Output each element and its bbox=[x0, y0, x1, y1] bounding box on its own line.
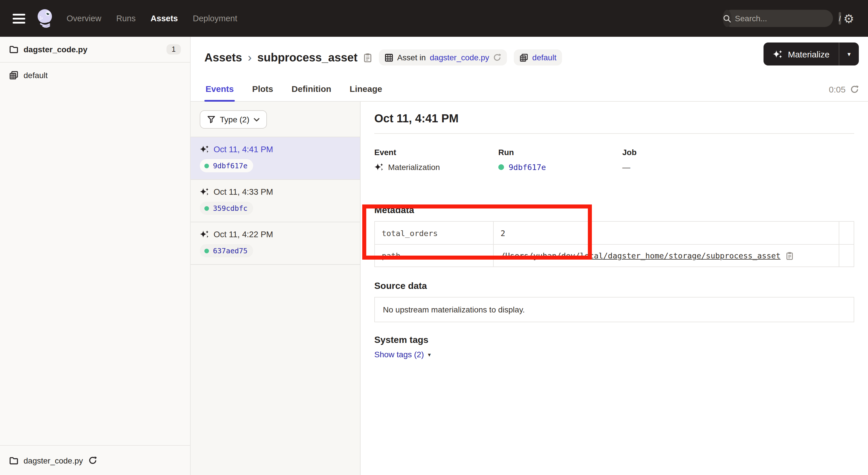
event-list-pane: Type (2) Oct 11, 4:41 PM bbox=[191, 102, 361, 475]
group-tag: default bbox=[514, 50, 562, 65]
search-input[interactable] bbox=[732, 14, 839, 23]
tab-plots[interactable]: Plots bbox=[251, 84, 274, 101]
code-location-name: dagster_code.py bbox=[24, 45, 88, 54]
run-id: 359cdbfc bbox=[213, 204, 247, 212]
run-status-dot bbox=[205, 248, 209, 253]
metadata-value: /Users/yuhan/dev/local/dagster_home/stor… bbox=[493, 244, 839, 267]
reload-icon[interactable] bbox=[88, 456, 97, 465]
system-tags-title: System tags bbox=[374, 335, 854, 345]
chevron-down-icon bbox=[254, 117, 260, 121]
dagster-logo-icon[interactable] bbox=[34, 7, 55, 29]
source-data-empty-box: No upstream materializations to display. bbox=[374, 297, 854, 322]
metadata-title: Metadata bbox=[374, 205, 854, 215]
event-detail-pane: Oct 11, 4:41 PM Event Materialization bbox=[361, 102, 868, 475]
folder-icon bbox=[9, 456, 19, 465]
sparkle-icon bbox=[773, 49, 783, 59]
path-link[interactable]: /Users/yuhan/dev/local/dagster_home/stor… bbox=[501, 251, 780, 260]
show-tags-link[interactable]: Show tags (2) ▾ bbox=[374, 350, 431, 359]
asset-sidebar: dagster_code.py 1 default dagster_code.p… bbox=[0, 37, 191, 475]
timer-value: 0:05 bbox=[829, 84, 846, 94]
event-list-item[interactable]: Oct 11, 4:22 PM 637aed75 bbox=[191, 222, 360, 265]
materialization-sparkle-icon bbox=[200, 187, 209, 197]
source-data-section: Source data No upstream materializations… bbox=[374, 281, 854, 322]
system-tags-section: System tags Show tags (2) ▾ bbox=[374, 335, 854, 360]
refresh-timer: 0:05 bbox=[829, 84, 859, 101]
run-badge[interactable]: 9dbf617e bbox=[200, 159, 253, 172]
menu-icon[interactable] bbox=[12, 13, 25, 23]
reload-icon[interactable] bbox=[493, 53, 501, 61]
run-id-link[interactable]: 9dbf617e bbox=[508, 162, 546, 172]
nav-assets[interactable]: Assets bbox=[151, 14, 178, 23]
copy-icon[interactable] bbox=[363, 53, 372, 62]
folder-icon bbox=[9, 45, 19, 54]
run-label: Run bbox=[498, 148, 622, 157]
nav-deployment[interactable]: Deployment bbox=[193, 14, 237, 23]
caret-down-icon: ▾ bbox=[428, 351, 431, 358]
tab-definition[interactable]: Definition bbox=[290, 84, 332, 101]
tag-prefix: Asset in bbox=[397, 53, 426, 62]
type-filter-button[interactable]: Type (2) bbox=[200, 110, 267, 129]
filter-label: Type (2) bbox=[220, 115, 249, 124]
footer-location-name: dagster_code.py bbox=[24, 456, 83, 465]
metadata-value: 2 bbox=[493, 222, 839, 244]
search-box[interactable]: / bbox=[723, 10, 833, 27]
refresh-icon[interactable] bbox=[850, 85, 859, 94]
event-list-item[interactable]: Oct 11, 4:33 PM 359cdbfc bbox=[191, 180, 360, 222]
metadata-extra-cell bbox=[839, 222, 854, 244]
materialization-sparkle-icon bbox=[200, 230, 209, 239]
sidebar-item-code-location[interactable]: dagster_code.py 1 bbox=[0, 37, 190, 63]
copy-icon[interactable] bbox=[786, 251, 793, 260]
tag-group-link[interactable]: default bbox=[532, 53, 556, 62]
primary-nav: Overview Runs Assets Deployment bbox=[67, 14, 237, 23]
run-badge[interactable]: 359cdbfc bbox=[200, 202, 253, 215]
divider bbox=[374, 133, 854, 134]
materialize-label: Materialize bbox=[788, 49, 830, 59]
app-window: Overview Runs Assets Deployment / ⚙ dags bbox=[0, 0, 868, 475]
breadcrumb: Assets › subprocess_asset bbox=[205, 51, 372, 64]
event-label: Event bbox=[374, 148, 498, 157]
asset-header: Assets › subprocess_asset Asset in dagst… bbox=[191, 37, 868, 102]
metadata-extra-cell bbox=[839, 244, 854, 267]
code-location-tag: Asset in dagster_code.py bbox=[379, 50, 507, 65]
event-type-value: Materialization bbox=[388, 162, 440, 172]
run-status-dot bbox=[498, 164, 504, 170]
event-date: Oct 11, 4:33 PM bbox=[214, 187, 273, 197]
materialization-sparkle-icon bbox=[374, 162, 383, 172]
breadcrumb-assets[interactable]: Assets bbox=[205, 51, 242, 64]
materialize-split-button: Materialize ▾ bbox=[764, 42, 859, 65]
metadata-table: total_orders 2 path /Users/yuhan/dev/loc… bbox=[374, 221, 854, 267]
metadata-key: path bbox=[375, 244, 493, 267]
materialize-dropdown-button[interactable]: ▾ bbox=[839, 42, 859, 65]
gear-icon[interactable]: ⚙ bbox=[843, 12, 854, 24]
tab-events[interactable]: Events bbox=[205, 84, 235, 101]
source-data-title: Source data bbox=[374, 281, 854, 291]
run-status-dot bbox=[205, 206, 209, 210]
search-icon bbox=[723, 10, 732, 27]
run-badge[interactable]: 637aed75 bbox=[200, 244, 253, 257]
nav-runs[interactable]: Runs bbox=[116, 14, 136, 23]
asset-count-badge: 1 bbox=[166, 44, 181, 55]
run-id: 9dbf617e bbox=[213, 161, 247, 170]
run-status-dot bbox=[205, 164, 209, 168]
event-list-item[interactable]: Oct 11, 4:41 PM 9dbf617e bbox=[191, 137, 360, 180]
asset-group-icon bbox=[520, 53, 528, 62]
asset-table-icon bbox=[384, 53, 393, 62]
tab-lineage[interactable]: Lineage bbox=[348, 84, 383, 101]
filter-funnel-icon bbox=[207, 115, 215, 123]
metadata-section: Metadata total_orders 2 path /Users/yuha… bbox=[374, 205, 854, 267]
event-date: Oct 11, 4:22 PM bbox=[214, 230, 273, 239]
asset-tabs: Events Plots Definition Lineage 0:05 bbox=[205, 76, 859, 101]
breadcrumb-asset-name: subprocess_asset bbox=[257, 51, 358, 64]
caret-down-icon: ▾ bbox=[847, 50, 850, 58]
nav-overview[interactable]: Overview bbox=[67, 14, 101, 23]
sidebar-footer-code-location: dagster_code.py bbox=[0, 445, 190, 475]
tag-code-location-link[interactable]: dagster_code.py bbox=[430, 53, 489, 62]
materialize-button[interactable]: Materialize bbox=[764, 42, 839, 65]
search-shortcut-key: / bbox=[839, 12, 841, 25]
metadata-key: total_orders bbox=[375, 222, 493, 244]
filter-bar: Type (2) bbox=[191, 102, 360, 137]
show-tags-label: Show tags (2) bbox=[374, 350, 424, 359]
sidebar-item-default-group[interactable]: default bbox=[0, 63, 190, 88]
event-detail-title: Oct 11, 4:41 PM bbox=[374, 112, 854, 125]
event-date: Oct 11, 4:41 PM bbox=[214, 145, 273, 154]
